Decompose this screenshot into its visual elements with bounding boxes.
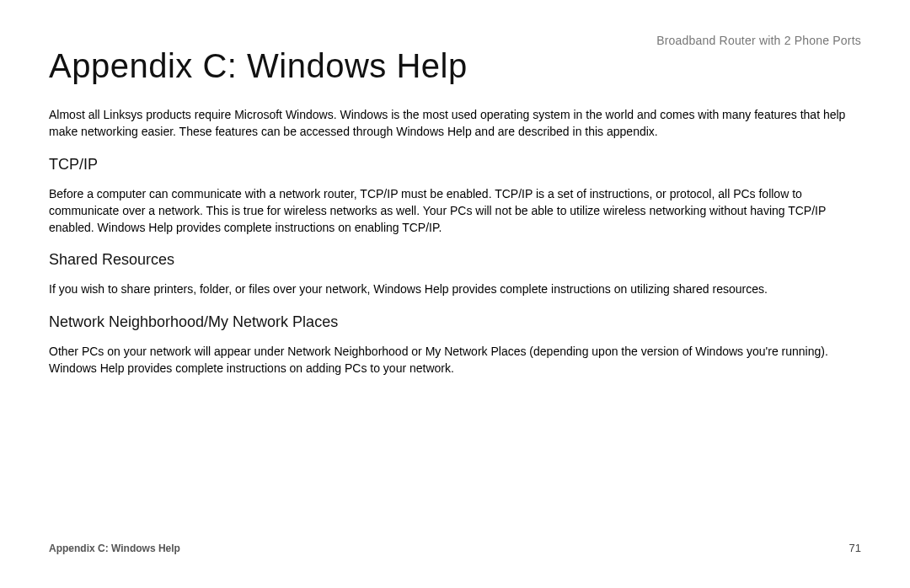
network-neighborhood-heading: Network Neighborhood/My Network Places <box>49 313 861 331</box>
shared-resources-paragraph: If you wish to share printers, folder, o… <box>49 281 861 297</box>
page-title: Appendix C: Windows Help <box>49 47 468 85</box>
body-content: Almost all Linksys products require Micr… <box>49 106 861 392</box>
footer-page-number: 71 <box>849 542 861 554</box>
document-page: Broadband Router with 2 Phone Ports Appe… <box>0 0 910 588</box>
header-product-name: Broadband Router with 2 Phone Ports <box>656 34 861 47</box>
network-neighborhood-paragraph: Other PCs on your network will appear un… <box>49 343 861 377</box>
footer-section-label: Appendix C: Windows Help <box>49 543 180 554</box>
intro-paragraph: Almost all Linksys products require Micr… <box>49 106 861 141</box>
shared-resources-heading: Shared Resources <box>49 251 861 269</box>
tcpip-paragraph: Before a computer can communicate with a… <box>49 185 861 237</box>
tcpip-heading: TCP/IP <box>49 156 861 174</box>
